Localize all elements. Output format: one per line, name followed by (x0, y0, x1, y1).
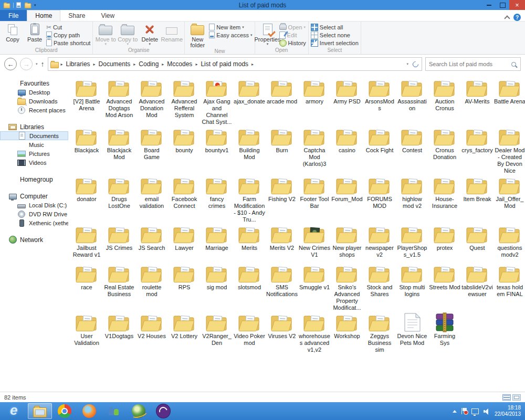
file-item[interactable]: Jail_Offer_Mod (494, 174, 525, 209)
history-button[interactable]: History (279, 39, 306, 46)
file-item[interactable]: V2Ranger_Den (201, 311, 233, 346)
tab-share[interactable]: Share (60, 10, 93, 21)
file-item[interactable]: email validation (135, 174, 168, 209)
qat-customize-icon[interactable]: ▾ (34, 4, 36, 7)
open-button[interactable]: Open▾ (279, 24, 306, 30)
file-item[interactable]: fancy crimes (201, 174, 233, 209)
move-to-button[interactable]: Move to▾ (95, 23, 116, 46)
sidebar-item-desktop[interactable]: Desktop (0, 88, 68, 97)
file-item[interactable]: Board Game (135, 125, 168, 161)
file-item[interactable]: Forum_Mod (331, 174, 363, 203)
folder-icon[interactable] (4, 3, 10, 8)
file-item[interactable]: Farm Modification - $10 - Andy Tru... (233, 174, 266, 223)
sidebar-item-documents[interactable]: Documents (0, 131, 68, 140)
properties-icon[interactable] (16, 2, 21, 7)
sidebar-item-music[interactable]: Music (0, 140, 68, 149)
file-item[interactable]: V2 Houses (135, 311, 168, 340)
tab-view[interactable]: View (93, 10, 122, 21)
file-item[interactable]: ajax_donate (233, 77, 266, 105)
file-item[interactable]: casino (331, 125, 363, 154)
file-item[interactable]: questions modv2 (494, 223, 525, 258)
maximize-button[interactable] (496, 0, 509, 10)
edit-button[interactable]: Edit (279, 32, 306, 38)
breadcrumb-item[interactable]: Libraries (65, 60, 91, 68)
new-folder-button[interactable]: New folder (187, 23, 208, 48)
copy-to-button[interactable]: Copy to▾ (117, 23, 138, 46)
tab-home[interactable]: Home (27, 10, 60, 21)
large-icons-view-button[interactable] (512, 394, 521, 401)
new-item-button[interactable]: New item▾ (209, 24, 252, 30)
file-item[interactable]: Devon Nice Pets Mod (396, 311, 428, 346)
taskbar-bittorrent-button[interactable] (151, 403, 175, 419)
tray-expand-icon[interactable] (453, 410, 457, 413)
sidebar-item-downloads[interactable]: Downloads (0, 97, 68, 106)
taskbar-internet-explorer-button[interactable] (3, 403, 27, 419)
file-item[interactable]: Drugs LostOne (103, 174, 135, 209)
file-item[interactable]: New Crimes V1 (298, 223, 331, 258)
copy-button[interactable]: Copy (2, 23, 23, 43)
easy-access-button[interactable]: Easy access▾ (209, 32, 252, 38)
file-item[interactable]: Captcha Mod (Karlos)3 (298, 125, 331, 167)
breadcrumb-item[interactable]: Mccodes (166, 60, 193, 68)
file-item[interactable]: Ajax Gang and Channel Chat Syst... (201, 77, 233, 125)
delete-button[interactable]: Delete▾ (139, 23, 160, 46)
sidebar-item-network[interactable]: Network (0, 235, 68, 244)
file-item[interactable]: Stock and Shares (363, 262, 396, 298)
invert-selection-button[interactable]: Invert selection (311, 39, 359, 46)
taskbar-globe-app-button[interactable] (127, 403, 151, 419)
file-item[interactable]: slotsmod (233, 262, 266, 291)
file-item[interactable]: Sniko's Advanced Property Modificat... (331, 262, 363, 311)
sidebar-item-local-disk-c-[interactable]: Local Disk (C:) (0, 201, 68, 209)
file-item[interactable]: Building Mod (233, 125, 266, 161)
sidebar-item-favourites[interactable]: Favourites (0, 79, 68, 88)
file-item[interactable]: whorehouses advanced v1,v2 (298, 311, 331, 353)
sidebar-item-computer[interactable]: Computer (0, 192, 68, 201)
file-item[interactable]: Item Break (461, 174, 494, 203)
file-item[interactable]: Merits (233, 223, 266, 251)
copy-path-button[interactable]: Copy path (46, 32, 90, 38)
file-item[interactable]: Farming Sys (428, 311, 461, 346)
refresh-icon[interactable] (412, 60, 420, 68)
forward-button[interactable]: → (20, 58, 33, 70)
file-item[interactable]: User Validation (70, 311, 103, 346)
file-item[interactable]: race (70, 262, 103, 291)
file-item[interactable]: RPS (168, 262, 201, 291)
taskbar-firefox-button[interactable] (77, 403, 101, 419)
breadcrumb-item[interactable]: Documents (98, 60, 132, 68)
search-icon[interactable] (511, 62, 516, 67)
cut-button[interactable]: ✂Cut (46, 24, 90, 30)
breadcrumb-bar[interactable]: ▸ Libraries▸Documents▸Coding▸Mccodes▸Lis… (48, 57, 422, 71)
address-dropdown-icon[interactable]: ▾ (406, 62, 408, 66)
file-item[interactable]: protex (428, 223, 461, 251)
search-input[interactable] (426, 61, 511, 67)
select-none-button[interactable]: Select none (311, 32, 359, 38)
breadcrumb-item[interactable]: Coding (138, 60, 160, 68)
file-item[interactable]: FORUMS MOD (363, 174, 396, 209)
file-item[interactable]: highlow mod v2 (396, 174, 428, 209)
tab-file[interactable]: File (0, 10, 27, 21)
file-item[interactable]: roulette mod (135, 262, 168, 298)
file-item[interactable]: armory (298, 77, 331, 105)
file-item[interactable]: Fishing V2 (266, 174, 298, 203)
file-item[interactable]: Cock Fight (363, 125, 396, 154)
properties-button[interactable]: Properties▾ (257, 23, 278, 46)
file-item[interactable]: Battle Arena (494, 77, 525, 105)
file-item[interactable]: V1Dogtags (103, 311, 135, 340)
file-item[interactable]: Blackjack (70, 125, 103, 154)
file-item[interactable]: New player shops (331, 223, 363, 258)
file-item[interactable]: Viruses V2 (266, 311, 298, 340)
file-item[interactable]: V2 Lottery (168, 311, 201, 340)
file-item[interactable]: Zeggys Business sim (363, 311, 396, 353)
file-item[interactable]: Lawyer (168, 223, 201, 251)
file-item[interactable]: bountyv1 (201, 125, 233, 154)
file-item[interactable]: newspaper v2 (363, 223, 396, 258)
back-button[interactable]: ← (4, 58, 17, 70)
file-item[interactable]: Smuggle v1 (298, 262, 331, 291)
file-item[interactable]: tabslideV2viewsuer (461, 262, 494, 298)
file-item[interactable]: Advanced Refferal System (168, 77, 201, 119)
paste-shortcut-button[interactable]: Paste shortcut (46, 39, 90, 46)
sidebar-item-pictures[interactable]: Pictures (0, 149, 68, 158)
action-center-icon[interactable] (461, 408, 467, 414)
file-item[interactable]: Burn (266, 125, 298, 154)
sidebar-item-dvd-rw-drive-d-d[interactable]: DVD RW Drive (D:) D (0, 209, 68, 218)
